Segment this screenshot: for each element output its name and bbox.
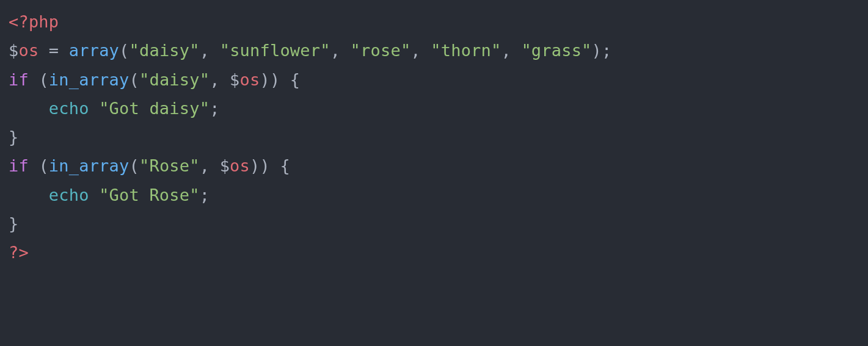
code-line: } [9, 214, 18, 233]
code-token [38, 41, 48, 60]
code-token: ( [129, 156, 139, 175]
code-token: "daisy" [139, 70, 210, 89]
code-token: = [49, 41, 59, 60]
code-token: "Got Rose" [99, 186, 200, 204]
code-token: ( [29, 156, 49, 175]
code-token [89, 99, 99, 118]
code-token: } [9, 214, 18, 233]
code-token: os [240, 70, 260, 89]
code-line: $os = array("daisy", "sunflower", "rose"… [9, 41, 612, 60]
code-token: $ [220, 156, 230, 175]
code-token: , [200, 41, 220, 60]
code-token: ; [200, 186, 210, 204]
code-line: } [9, 128, 18, 146]
code-token: ); [592, 41, 612, 60]
code-line: echo "Got Rose"; [9, 186, 210, 204]
code-token: "rose" [351, 41, 411, 60]
code-token: $ [9, 41, 18, 60]
code-token: "Got daisy" [99, 99, 210, 118]
code-token: $ [230, 70, 239, 89]
code-token: "grass" [521, 41, 591, 60]
code-token: if [9, 70, 29, 89]
code-token: echo [49, 186, 89, 204]
code-editor[interactable]: <?php $os = array("daisy", "sunflower", … [0, 0, 868, 274]
code-token: echo [49, 99, 89, 118]
code-token: , [330, 41, 351, 60]
code-token [9, 186, 49, 204]
code-token: , [501, 41, 521, 60]
code-token: , [200, 156, 220, 175]
code-token [9, 99, 49, 118]
code-token: ( [29, 70, 49, 89]
code-token: )) { [260, 70, 300, 89]
code-token: if [9, 156, 29, 175]
code-line: if (in_array("Rose", $os)) { [9, 156, 290, 175]
code-token: in_array [49, 70, 129, 89]
code-token: in_array [49, 156, 129, 175]
code-token: "Rose" [139, 156, 200, 175]
code-token: ; [210, 99, 219, 118]
code-token: ( [119, 41, 129, 60]
code-token: , [210, 70, 230, 89]
code-token: <?php [9, 12, 59, 31]
code-line: echo "Got daisy"; [9, 99, 220, 118]
code-token: array [69, 41, 119, 60]
code-token: ?> [9, 243, 29, 262]
code-token: os [18, 41, 38, 60]
code-token [89, 186, 99, 204]
code-token: os [230, 156, 250, 175]
code-line: if (in_array("daisy", $os)) { [9, 70, 300, 89]
code-token [59, 41, 68, 60]
code-token: "thorn" [431, 41, 501, 60]
code-line: <?php [9, 12, 59, 31]
code-token: ( [129, 70, 139, 89]
code-token: } [9, 128, 18, 146]
code-token: "daisy" [129, 41, 200, 60]
code-token: "sunflower" [220, 41, 330, 60]
code-token: )) { [250, 156, 290, 175]
code-token: , [410, 41, 431, 60]
code-line: ?> [9, 243, 29, 262]
